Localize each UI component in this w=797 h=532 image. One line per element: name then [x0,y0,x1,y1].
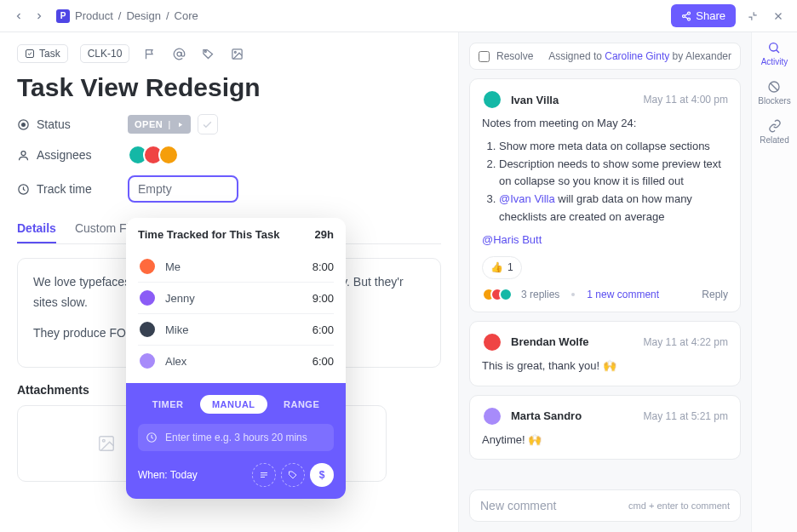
billable-toggle[interactable]: $ [310,463,334,487]
tag-icon[interactable] [281,463,305,487]
tab-details[interactable]: Details [17,215,56,243]
comment-composer[interactable]: New comment cmd + enter to comment [469,489,741,522]
tracker-row-name: Alex [165,355,312,368]
composer-placeholder: New comment [480,499,556,512]
svg-point-8 [177,52,181,56]
status-label: Status [17,117,128,131]
comment-list-item: Description needs to show some preview t… [499,156,728,192]
svg-point-2 [688,18,691,20]
comment-text: Anytime! 🙌 [482,432,728,449]
mention-link[interactable]: @Ivan Villa [499,192,555,205]
comment-list-item: Show more meta data on collapse sections [499,138,728,156]
seg-range[interactable]: RANGE [272,395,331,414]
when-label[interactable]: When: Today [138,469,247,481]
svg-point-9 [204,50,206,52]
svg-point-13 [22,123,26,126]
flag-icon[interactable] [141,45,158,62]
assignee-avatars[interactable] [128,145,179,165]
reply-avatars [482,288,513,301]
status-value: OPEN [135,119,163,129]
rail-blockers[interactable]: Blockers [758,80,790,106]
close-icon[interactable] [770,8,787,25]
svg-rect-7 [26,50,34,58]
comment-card: Brendan Wolfe May 11 at 4:22 pm This is … [469,321,741,386]
complete-checkbox[interactable] [198,114,218,134]
reaction-pill[interactable]: 👍1 [482,256,522,279]
task-type-label: Task [39,48,60,60]
tracker-row-name: Me [165,260,312,273]
tracker-row-time: 8:00 [312,260,334,273]
nav-back-icon[interactable] [10,8,27,25]
breadcrumb-item[interactable]: Product [75,9,113,22]
rail-activity[interactable]: Activity [761,41,788,66]
share-label: Share [696,9,725,22]
seg-manual[interactable]: MANUAL [200,395,267,414]
tracker-total: 29h [315,228,334,241]
resolve-checkbox[interactable] [479,51,490,62]
rail-related[interactable]: Related [760,119,788,145]
status-pill[interactable]: OPEN | [128,115,191,134]
tracker-row-time: 9:00 [312,292,334,305]
assignees-label: Assignees [17,148,128,162]
svg-point-0 [688,12,691,14]
comment-author: Ivan Villa [511,94,559,106]
workspace-badge: P [56,9,70,23]
replies-count[interactable]: 3 replies [521,289,559,300]
task-type-pill[interactable]: Task [17,44,68,63]
tracker-row-time: 6:00 [312,323,334,336]
svg-line-4 [685,16,688,18]
nav-forward-icon[interactable] [31,8,48,25]
time-tracker-popover: Time Tracked for This Task 29h Me8:00Jen… [126,218,346,499]
svg-point-1 [683,14,685,17]
task-id-label: CLK-10 [88,48,123,60]
comment-card: Marta Sandro May 11 at 5:21 pm Anytime! … [469,395,741,460]
tracker-row-name: Jenny [165,292,312,305]
breadcrumb: P Product / Design / Core [56,9,198,23]
time-entry-input[interactable] [138,424,334,451]
svg-point-15 [21,151,26,155]
tracker-row-name: Mike [165,323,312,336]
share-button[interactable]: Share [671,4,736,27]
new-comment-link[interactable]: 1 new comment [587,289,659,300]
reply-button[interactable]: Reply [702,289,728,300]
tracker-row[interactable]: Mike6:00 [138,313,334,345]
svg-line-28 [771,83,777,90]
svg-point-18 [102,440,105,443]
comment-timestamp: May 11 at 5:21 pm [644,410,728,422]
assignee-link[interactable]: Caroline Ginty [605,50,669,62]
comment-author: Marta Sandro [511,409,582,422]
comment-text: Notes from meeting on May 24: [482,115,728,133]
track-time-label: Track time [17,182,128,196]
comment-list-item: @Ivan Villa will grab data on how many c… [499,191,728,226]
tracker-row[interactable]: Jenny9:00 [138,282,334,313]
breadcrumb-item[interactable]: Core [175,9,198,22]
mention-link[interactable]: @Haris Butt [482,233,542,246]
svg-point-11 [234,51,236,53]
avatar [138,289,157,307]
comment-timestamp: May 11 at 4:00 pm [644,94,728,106]
composer-hint: cmd + enter to comment [628,501,730,511]
comment-timestamp: May 11 at 4:22 pm [644,336,728,348]
tracker-row[interactable]: Alex6:00 [138,345,334,376]
tag-icon[interactable] [199,45,216,62]
tracker-row[interactable]: Me8:00 [138,251,334,282]
note-icon[interactable] [252,463,276,487]
svg-line-3 [685,14,688,15]
seg-timer[interactable]: TIMER [140,395,196,414]
avatar [138,352,157,370]
avatar [482,406,502,426]
svg-line-26 [777,50,779,53]
tracker-row-time: 6:00 [312,355,334,368]
task-id-pill[interactable]: CLK-10 [80,44,130,63]
image-icon[interactable] [228,45,245,62]
mention-icon[interactable] [170,45,187,62]
track-time-input[interactable] [128,175,238,203]
comment-text: This is great, thank you! 🙌 [482,358,728,375]
avatar [158,145,179,165]
svg-point-25 [770,43,777,51]
breadcrumb-item[interactable]: Design [126,9,160,22]
avatar [482,332,502,352]
avatar [138,320,157,339]
assigned-text: Assigned to Caroline Ginty by Alexander [548,50,731,62]
minimize-icon[interactable] [744,8,761,25]
